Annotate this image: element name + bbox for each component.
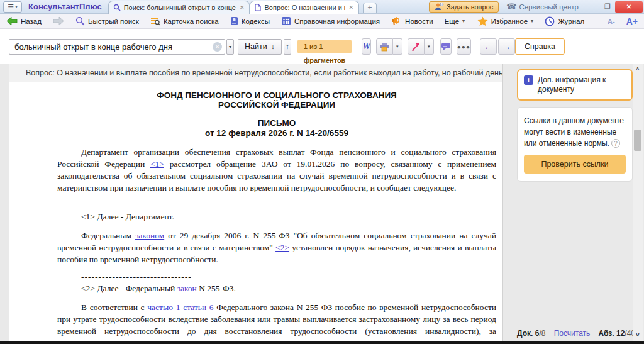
toolbar-separator <box>596 16 596 26</box>
comment-button[interactable] <box>440 38 452 55</box>
codes-label: Кодексы <box>242 18 270 25</box>
doc-link[interactable]: законом <box>135 231 164 240</box>
reference-info-label: Справочная информация <box>294 18 380 25</box>
font-smaller-button[interactable]: A- <box>608 18 615 25</box>
caret-down-icon: ▾ <box>15 4 18 9</box>
find-down-icon: ↓ <box>271 42 275 51</box>
caret-down-icon: ▾ <box>462 18 465 24</box>
document-title: ФОНД ПЕНСИОННОГО И СОЦИАЛЬНОГО СТРАХОВАН… <box>57 91 496 138</box>
more-actions-button[interactable]: ●●● <box>457 38 471 55</box>
back-button[interactable]: Назад <box>6 16 42 26</box>
doc-link[interactable]: частью 1 статьи 6 <box>147 302 213 312</box>
doc-divider: -------------------------------- <box>57 272 496 282</box>
main-area: Вопрос: О назначении и выплате пособия п… <box>0 64 644 341</box>
service-center-label: Сервисный центр <box>519 3 579 11</box>
doc-paragraph: Департамент организации обеспечения стра… <box>57 146 496 194</box>
marker-button-group: ▾ <box>408 38 434 55</box>
help-question-icon[interactable]: ? <box>611 139 620 148</box>
tab-label: Вопрос: О назначении и выплате по <box>264 4 345 11</box>
find-label: Найти <box>245 42 267 51</box>
news-button[interactable]: Новости <box>391 16 433 26</box>
tab-close-icon[interactable]: ✕ <box>239 4 245 11</box>
marker-button[interactable] <box>408 38 425 55</box>
title-date: от 12 февраля 2026 г. N 14-20/6559 <box>57 128 496 138</box>
doc-nav-arrows: ← → <box>480 38 515 55</box>
doc-text-segment: Федеральным <box>81 231 135 240</box>
links-notice-panel: Ссылки в данном документе могут вести в … <box>517 107 633 182</box>
document-status-bar: Док. 6/8 Посчитать Абз. 12/40 <box>517 329 635 338</box>
doc-divider: -------------------------------- <box>57 201 496 211</box>
search-card-button[interactable]: Карточка поиска <box>150 16 219 26</box>
search-history-dropdown[interactable]: ▾ <box>226 39 234 55</box>
title-gap <box>57 109 496 118</box>
doc-link[interactable]: <2> <box>275 243 289 252</box>
doc-link[interactable]: 4 статьи 6 <box>226 338 262 341</box>
back-label: Назад <box>21 18 42 25</box>
document-pane: Вопрос: О назначении и выплате пособия п… <box>9 64 503 341</box>
maximize-button[interactable]: ❐ <box>600 1 615 13</box>
doc-link[interactable]: закон <box>177 284 197 293</box>
search-panel: ✕ ▾ Найти ↓ ↑ 1 из 1 фрагментов W ▾ ▾ ●●… <box>0 29 644 64</box>
doc-link[interactable]: <1> <box>150 159 164 169</box>
ask-question-button[interactable]: ? Задать вопрос <box>429 1 499 13</box>
service-center-link[interactable]: ☎ Сервисный центр <box>506 2 579 11</box>
quick-search-button[interactable]: Быстрый поиск <box>75 16 139 26</box>
marker-options-dropdown[interactable]: ▾ <box>425 38 434 55</box>
print-button[interactable] <box>376 38 393 55</box>
title-kind: ПИСЬМО <box>57 118 496 128</box>
clear-search-icon[interactable]: ✕ <box>213 42 222 52</box>
document-icon <box>255 4 261 11</box>
title-org-line1: ФОНД ПЕНСИОННОГО И СОЦИАЛЬНОГО СТРАХОВАН… <box>57 91 496 100</box>
toolbar: Назад Быстрый поиск Карточка поиска Коде… <box>0 14 644 29</box>
titlebar: ☰ ▾ КонсультантПлюс Поиск: больничный от… <box>0 0 644 14</box>
vertical-scrollbar[interactable]: ˄ ˅ <box>633 64 643 341</box>
phone-icon: ☎ <box>506 2 516 11</box>
links-notice-text: Ссылки в данном документе могут вести в … <box>524 116 624 148</box>
doc-info-panel[interactable]: i Доп. информация к документу <box>517 69 633 101</box>
help-button[interactable]: Справка <box>515 38 565 55</box>
consultantplus-window: ☰ ▾ КонсультантПлюс Поиск: больничный от… <box>0 0 644 344</box>
more-menu-button[interactable]: Еще ▾ <box>445 18 465 25</box>
doc-text-segment: N 255-ФЗ. <box>197 284 236 293</box>
journal-label: Журнал <box>558 18 584 25</box>
favorites-label: Избранное <box>491 18 528 25</box>
reference-info-button[interactable]: Справочная информация <box>281 16 380 26</box>
tab-search[interactable]: Поиск: больничный открыт в конце ✕ <box>108 1 250 14</box>
doc-text-segment: <2> Далее - Федеральный <box>81 284 177 293</box>
magnifier-icon <box>75 16 85 26</box>
back-arrow-icon <box>6 16 18 26</box>
minimize-button[interactable]: – <box>585 1 600 13</box>
find-previous-button[interactable]: ↑ <box>284 39 291 55</box>
tab-close-icon[interactable]: ✕ <box>348 4 354 11</box>
count-link[interactable]: Посчитать <box>554 329 591 338</box>
font-larger-button[interactable]: A+ <box>626 16 638 26</box>
tab-document[interactable]: Вопрос: О назначении и выплате по ✕ <box>250 1 359 14</box>
find-button[interactable]: Найти ↓ <box>238 39 282 55</box>
scrollbar-thumb[interactable] <box>634 130 641 151</box>
screen-bottom-edge <box>0 341 644 344</box>
main-menu-button[interactable]: ☰ ▾ <box>3 1 22 13</box>
search-input[interactable] <box>9 39 225 55</box>
doc-paragraph: <2> Далее - Федеральный закон N 255-ФЗ. <box>57 282 496 294</box>
scroll-up-icon[interactable]: ˄ <box>633 65 643 74</box>
doc-info-label: Доп. информация к документу <box>538 75 626 94</box>
journal-button[interactable]: Журнал <box>545 16 584 26</box>
doc-text-segment: Федерального закона N 255-ФЗ. <box>262 338 379 341</box>
forward-button[interactable] <box>53 16 64 26</box>
nav-right-button[interactable]: → <box>498 38 515 55</box>
sidebar: i Доп. информация к документу Ссылки в д… <box>517 64 633 341</box>
export-word-button[interactable]: W <box>362 38 370 55</box>
doc-link[interactable]: частях 3 <box>187 338 217 341</box>
print-options-dropdown[interactable]: ▾ <box>393 38 402 55</box>
new-tab-button[interactable]: + <box>363 3 377 13</box>
check-links-button[interactable]: Проверить ссылки <box>524 155 626 174</box>
favorites-button[interactable]: Избранное ▾ <box>477 16 533 26</box>
scroll-down-icon[interactable]: ˅ <box>633 331 643 340</box>
codes-button[interactable]: Кодексы <box>230 16 270 26</box>
reference-info-icon <box>281 16 291 26</box>
nav-left-button[interactable]: ← <box>480 38 497 55</box>
search-box: ✕ <box>9 39 225 55</box>
close-button[interactable]: ✕ <box>615 1 643 13</box>
tab-label: Поиск: больничный открыт в конце <box>124 4 236 11</box>
search-card-label: Карточка поиска <box>164 18 219 25</box>
